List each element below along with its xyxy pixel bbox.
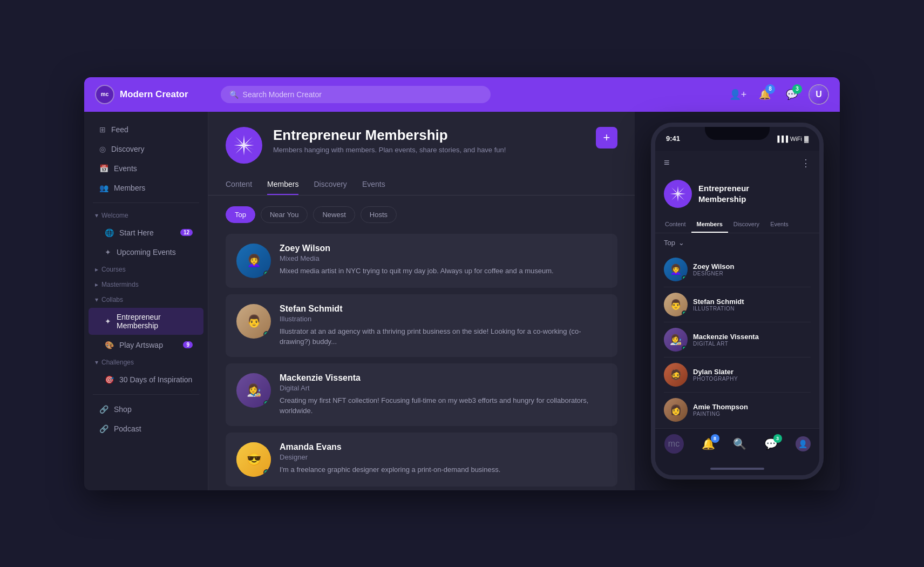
chevron-right-icon-2: ▸ xyxy=(95,281,98,288)
phone-bottom-nav: mc 🔔 8 🔍 💬 3 👤 xyxy=(655,428,819,462)
member-card-mackenzie-vissenta[interactable]: 👩‍🎨 Mackenzie Vissenta Digital Art Creat… xyxy=(226,363,617,426)
svg-marker-1 xyxy=(243,145,244,156)
phone-home-indicator xyxy=(655,462,819,475)
phone-filter[interactable]: Top ⌄ xyxy=(655,233,819,252)
sidebar-section-courses[interactable]: ▸ Courses xyxy=(84,262,208,276)
phone-online-dot-zoey xyxy=(682,275,687,281)
phone-avatar-dylan: 🧔 xyxy=(664,363,688,387)
sidebar-section-collabs[interactable]: ▾ Collabs xyxy=(84,293,208,307)
member-card-amanda-evans[interactable]: 😎 Amanda Evans Designer I'm a freelance … xyxy=(226,433,617,487)
phone-member-zoey[interactable]: 👩‍🦱 Zoey Wilson DESIGNER xyxy=(664,252,811,287)
brand-logo: mc xyxy=(95,85,114,104)
phone-members-list: 👩‍🦱 Zoey Wilson DESIGNER 👨 xyxy=(655,252,819,427)
sidebar-section-masterminds[interactable]: ▸ Masterminds xyxy=(84,278,208,292)
member-role-amanda: Designer xyxy=(280,453,607,461)
phone-community-logo xyxy=(664,180,692,208)
phone-tab-members[interactable]: Members xyxy=(691,217,728,233)
member-info-amanda: Amanda Evans Designer I'm a freelance gr… xyxy=(280,442,607,475)
phone-menu-icon[interactable]: ≡ xyxy=(664,157,670,168)
artswap-badge: 9 xyxy=(183,341,193,348)
phone-member-mackenzie[interactable]: 👩‍🎨 Mackenzie Vissenta DIGITAL ART xyxy=(664,322,811,357)
search-icon: 🔍 xyxy=(229,90,239,99)
sidebar-section-challenges[interactable]: ▾ Challenges xyxy=(84,355,208,369)
top-nav: mc Modern Creator 🔍 Search Modern Creato… xyxy=(84,77,840,112)
search-bar[interactable]: 🔍 Search Modern Creator xyxy=(221,86,491,103)
phone-nav-messages[interactable]: 💬 3 xyxy=(764,437,778,450)
phone-member-stefan[interactable]: 👨 Stefan Schmidt ILLUSTRATION xyxy=(664,287,811,322)
sidebar-item-start-here[interactable]: 🌐 Start Here 12 xyxy=(89,224,203,242)
member-info-stefan: Stefan Schmidt Illustration Illustrator … xyxy=(280,304,607,347)
search-placeholder: Search Modern Creator xyxy=(243,90,322,99)
phone-frame: 9:41 ▐▐▐ WiFi ▓ ≡ ⋮ xyxy=(651,123,824,480)
community-tabs: Content Members Discovery Events xyxy=(226,174,617,195)
phone-nav-notifications[interactable]: 🔔 8 xyxy=(702,437,715,450)
svg-marker-8 xyxy=(234,140,244,145)
tab-members[interactable]: Members xyxy=(267,174,298,195)
tab-content[interactable]: Content xyxy=(226,174,252,195)
sidebar-item-30days[interactable]: 🎯 30 Days of Inspiration xyxy=(89,370,203,389)
sidebar-item-shop[interactable]: 🔗 Shop xyxy=(89,400,203,418)
user-avatar-nav[interactable]: U xyxy=(808,84,829,105)
invite-button[interactable]: 👤+ xyxy=(728,84,748,105)
online-indicator xyxy=(263,271,270,277)
svg-marker-16 xyxy=(671,187,678,194)
events-icon: 📅 xyxy=(99,164,108,173)
invite-icon: 👤+ xyxy=(729,89,747,100)
phone-member-dylan[interactable]: 🧔 Dylan Slater PHOTOGRAPHY xyxy=(664,357,811,393)
phone-tab-events[interactable]: Events xyxy=(765,217,794,233)
add-button[interactable]: + xyxy=(596,127,617,148)
filter-newest[interactable]: Newest xyxy=(313,206,355,223)
online-indicator-mackenzie xyxy=(263,400,270,407)
member-card-stefan-schmidt[interactable]: 👨 Stefan Schmidt Illustration Illustrato… xyxy=(226,294,617,357)
sidebar-label-members: Members xyxy=(114,184,145,192)
member-name-amanda: Amanda Evans xyxy=(280,442,607,452)
svg-marker-9 xyxy=(244,140,254,145)
filter-top[interactable]: Top xyxy=(226,206,255,223)
sidebar-item-discovery[interactable]: ◎ Discovery xyxy=(89,140,203,158)
phone-status-icons: ▐▐▐ WiFi ▓ xyxy=(776,136,808,142)
sidebar-item-upcoming-events[interactable]: ✦ Upcoming Events xyxy=(89,243,203,261)
sidebar-item-feed[interactable]: ⊞ Feed xyxy=(89,120,203,139)
sidebar-item-events[interactable]: 📅 Events xyxy=(89,159,203,178)
members-list: 👩‍🦱 Zoey Wilson Mixed Media Mixed media … xyxy=(208,234,635,487)
phone-tab-discovery[interactable]: Discovery xyxy=(728,217,765,233)
phone-nav-search[interactable]: 🔍 xyxy=(733,437,746,450)
avatar-stefan-schmidt: 👨 xyxy=(236,304,271,339)
sidebar-item-entrepreneur[interactable]: ✦ Entrepreneur Membership xyxy=(89,308,203,335)
member-role-mackenzie: Digital Art xyxy=(280,384,607,392)
community-description: Members hanging with members. Plan event… xyxy=(273,146,585,154)
messages-button[interactable]: 💬 3 xyxy=(782,84,802,105)
sidebar-section-welcome[interactable]: ▾ Welcome xyxy=(84,208,208,222)
phone-avatar-amie: 👩 xyxy=(664,398,688,422)
phone-home-bar xyxy=(710,468,764,470)
phone-avatar-zoey: 👩‍🦱 xyxy=(664,258,688,281)
artswap-icon: 🎨 xyxy=(105,341,114,349)
chevron-down-icon: ▾ xyxy=(95,212,98,219)
phone-avatar-mackenzie: 👩‍🎨 xyxy=(664,328,688,352)
phone-nav-home[interactable]: mc xyxy=(664,434,684,454)
svg-marker-15 xyxy=(678,193,685,194)
feed-icon: ⊞ xyxy=(99,125,106,134)
battery-icon: ▓ xyxy=(804,136,808,142)
svg-marker-18 xyxy=(678,187,684,194)
phone-online-dot-stefan xyxy=(682,310,687,316)
member-bio-zoey: Mixed media artist in NYC trying to quit… xyxy=(280,266,607,276)
sidebar-item-podcast[interactable]: 🔗 Podcast xyxy=(89,420,203,438)
phone-member-amie[interactable]: 👩 Amie Thompson PAINTING xyxy=(664,393,811,427)
member-card-zoey-wilson[interactable]: 👩‍🦱 Zoey Wilson Mixed Media Mixed media … xyxy=(226,234,617,288)
community-info: Entrepreneur Membership Members hanging … xyxy=(273,127,585,154)
filter-hosts[interactable]: Hosts xyxy=(361,206,397,223)
svg-marker-0 xyxy=(243,135,244,145)
notifications-button[interactable]: 🔔 8 xyxy=(755,84,775,105)
sidebar-item-members[interactable]: 👥 Members xyxy=(89,179,203,197)
svg-marker-5 xyxy=(244,145,253,154)
phone-more-icon[interactable]: ⋮ xyxy=(801,157,811,169)
sidebar-item-artswap[interactable]: 🎨 Play Artswap 9 xyxy=(89,336,203,354)
tab-discovery[interactable]: Discovery xyxy=(314,174,346,195)
phone-tab-content[interactable]: Content xyxy=(660,217,691,233)
filter-near-you[interactable]: Near You xyxy=(261,206,308,223)
phone-messages-badge: 3 xyxy=(773,434,782,443)
tab-events[interactable]: Events xyxy=(362,174,385,195)
phone-nav-profile[interactable]: 👤 xyxy=(796,436,811,451)
online-indicator-stefan xyxy=(263,331,270,338)
